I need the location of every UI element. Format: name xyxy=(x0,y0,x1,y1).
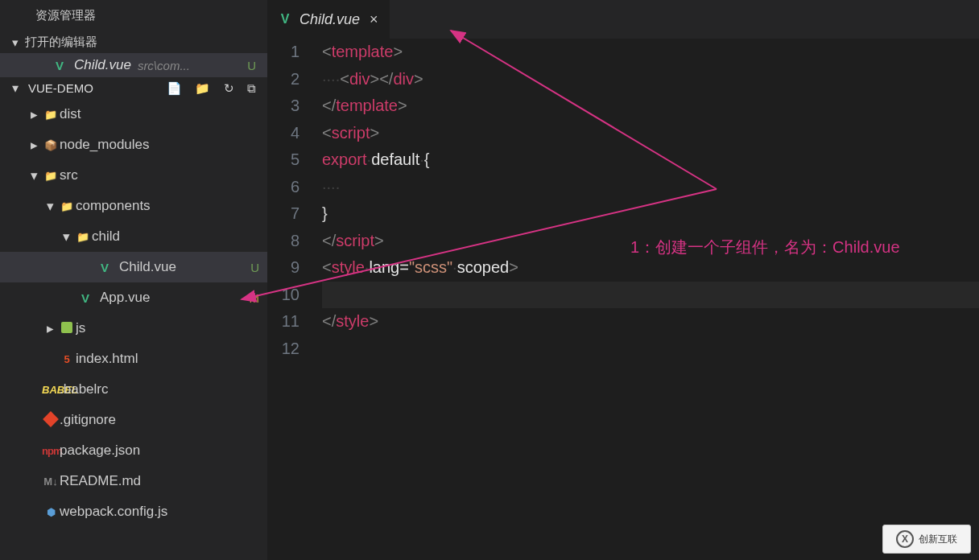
open-editors-header[interactable]: 打开的编辑器 xyxy=(0,31,267,53)
folder-icon: 📁 xyxy=(42,109,60,121)
tree-folder-dist[interactable]: ▸ 📁 dist xyxy=(0,99,267,130)
open-editor-item[interactable]: V Child.vue src\com... U xyxy=(0,53,267,77)
code-editor[interactable]: 123 456 789 101112 <template> ····<div><… xyxy=(267,39,979,560)
open-editor-path: src\com... xyxy=(138,59,247,72)
git-icon xyxy=(42,414,60,427)
vue-icon: V xyxy=(279,12,291,27)
webpack-icon: ⬢ xyxy=(42,506,60,518)
chevron-down-icon xyxy=(12,80,20,96)
tab-bar: V Child.vue × xyxy=(267,0,979,39)
tree-file-webpack[interactable]: ⬢ webpack.config.js xyxy=(0,496,267,527)
vue-icon: V xyxy=(98,261,111,274)
close-icon[interactable]: × xyxy=(370,11,378,28)
tab-child-vue[interactable]: V Child.vue × xyxy=(267,0,390,39)
refresh-icon[interactable]: ↻ xyxy=(224,81,234,95)
open-editor-filename: Child.vue xyxy=(74,57,131,73)
code-content[interactable]: <template> ····<div></div> </template> <… xyxy=(322,39,979,560)
chevron-down-icon xyxy=(12,35,20,50)
html-icon: 5 xyxy=(58,353,76,365)
tree-file-readme[interactable]: M↓ README.md xyxy=(0,466,267,496)
git-status-u: U xyxy=(247,59,261,72)
editor-pane: V Child.vue × 123 456 789 101112 <templa… xyxy=(267,0,979,560)
vue-icon: V xyxy=(79,291,92,305)
tree-file-index-html[interactable]: 5 index.html xyxy=(0,344,267,374)
git-status-m: M xyxy=(250,291,260,305)
folder-icon: 📁 xyxy=(74,231,92,243)
tree-file-app-vue[interactable]: V App.vue M xyxy=(0,282,267,313)
watermark-logo: X创新互联 xyxy=(882,525,971,554)
folder-icon: 📁 xyxy=(58,200,76,212)
vue-icon: V xyxy=(53,59,66,72)
tree-folder-child[interactable]: ▾ 📁 child xyxy=(0,221,267,252)
tree-folder-js[interactable]: ▸ js xyxy=(0,313,267,344)
folder-icon xyxy=(58,322,76,336)
folder-icon: 📁 xyxy=(42,170,60,182)
markdown-icon: M↓ xyxy=(42,476,60,488)
tree-file-babelrc[interactable]: BABEL .babelrc xyxy=(0,374,267,405)
annotation-text: 1：创建一个子组件，名为：Child.vue xyxy=(630,237,900,258)
tab-label: Child.vue xyxy=(299,11,360,28)
git-status-u: U xyxy=(250,261,259,274)
project-actions: 📄 📁 ↻ ⧉ xyxy=(162,81,261,96)
project-name: VUE-DEMO xyxy=(28,81,162,95)
tree-folder-components[interactable]: ▾ 📁 components xyxy=(0,191,267,221)
tree-file-gitignore[interactable]: .gitignore xyxy=(0,405,267,435)
explorer-sidebar: 资源管理器 打开的编辑器 V Child.vue src\com... U VU… xyxy=(0,0,267,560)
tree-folder-src[interactable]: ▾ 📁 src xyxy=(0,160,267,191)
open-editors-label: 打开的编辑器 xyxy=(25,35,97,50)
line-number-gutter: 123 456 789 101112 xyxy=(267,39,322,560)
panel-title: 资源管理器 xyxy=(0,0,267,31)
npm-icon: npm xyxy=(42,445,60,457)
folder-icon: 📦 xyxy=(42,139,60,151)
project-header[interactable]: VUE-DEMO 📄 📁 ↻ ⧉ xyxy=(0,77,267,99)
tree-file-package-json[interactable]: npm package.json xyxy=(0,435,267,466)
tree-folder-node-modules[interactable]: ▸ 📦 node_modules xyxy=(0,130,267,160)
babel-icon: BABEL xyxy=(42,384,60,396)
new-file-icon[interactable]: 📄 xyxy=(167,81,182,95)
tree-file-child-vue[interactable]: V Child.vue U xyxy=(0,252,267,282)
collapse-icon[interactable]: ⧉ xyxy=(247,81,256,95)
new-folder-icon[interactable]: 📁 xyxy=(195,81,210,95)
